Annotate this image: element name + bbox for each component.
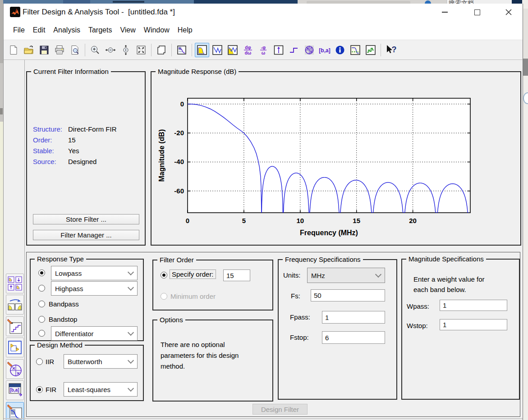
design-filter-button[interactable]: Design Filter: [253, 404, 308, 415]
structure-label: Structure:: [33, 125, 62, 133]
new-session-button[interactable]: [6, 43, 21, 57]
open-session-button[interactable]: [22, 43, 36, 57]
chevron-down-icon: [128, 357, 134, 364]
magnitude-specs-group: Magnitude Specifications Enter a weight …: [401, 259, 520, 400]
order-value: 15: [68, 136, 76, 144]
menu-file[interactable]: File: [9, 24, 29, 36]
sidebar-item-filter-transformations[interactable]: [6, 295, 24, 315]
group-delay-response-button[interactable]: dφ dω: [241, 43, 255, 57]
magnitude-specs-note: Enter a weight value for each band below…: [413, 274, 499, 295]
units-select[interactable]: MHz: [307, 268, 385, 283]
fir-radio[interactable]: [36, 386, 43, 393]
bandstop-radio[interactable]: [38, 316, 45, 323]
menu-window[interactable]: Window: [140, 24, 174, 36]
wstop-input[interactable]: [440, 319, 507, 330]
close-icon: [505, 9, 512, 15]
fpass-label: Fpass:: [290, 313, 310, 321]
magnitude-specs-title: Magnitude Specifications: [406, 255, 486, 263]
iir-method-select[interactable]: Butterworth: [64, 354, 138, 369]
sidebar-item-import-filter[interactable]: [b,a]: [6, 380, 24, 400]
step-response-button[interactable]: [287, 43, 301, 57]
lowpass-select[interactable]: Lowpass: [51, 266, 138, 280]
zoom-x-icon: [105, 45, 116, 55]
svg-text:[b,a]: [b,a]: [9, 388, 19, 393]
chevron-down-icon: [128, 385, 134, 392]
wstop-label: Wstop:: [407, 322, 428, 329]
step-response-icon: [289, 45, 299, 55]
phase-delay-response-button[interactable]: -φ ω: [256, 43, 271, 57]
pole-zero-plot-button[interactable]: [302, 43, 317, 57]
print-to-figure-button[interactable]: [154, 43, 169, 57]
full-view-button[interactable]: [134, 43, 148, 57]
highpass-select[interactable]: Highpass: [51, 281, 138, 296]
menu-help[interactable]: Help: [174, 24, 197, 36]
order-label: Order:: [33, 136, 52, 144]
filter-manager-button[interactable]: Filter Manager ...: [33, 230, 139, 240]
minimum-order-label: Minimum order: [170, 292, 216, 300]
screen: 搜索文档 Filter Design & Analysis Tool - [un…: [0, 0, 528, 420]
menu-targets[interactable]: Targets: [84, 24, 116, 36]
context-help-button[interactable]: ?: [384, 43, 398, 57]
menu-bar: File Edit Analysis Targets View Window H…: [4, 21, 523, 40]
wpass-input[interactable]: [440, 300, 507, 311]
minimize-button[interactable]: [434, 4, 455, 21]
svg-text:5: 5: [242, 217, 246, 224]
phase-response-button[interactable]: [210, 43, 225, 57]
specify-order-radio[interactable]: [161, 272, 167, 278]
filter-specifications-button[interactable]: [174, 43, 189, 57]
print-preview-icon: [69, 45, 80, 55]
source-label: Source:: [33, 158, 56, 165]
fir-method-select[interactable]: Least-squares: [64, 382, 138, 397]
fs-input[interactable]: [311, 289, 385, 301]
highpass-select-value: Highpass: [55, 285, 83, 292]
maximize-button[interactable]: [467, 4, 487, 21]
filter-coefficients-button[interactable]: [b,a]: [317, 43, 332, 57]
bandpass-radio[interactable]: [38, 301, 45, 307]
open-folder-icon: [23, 45, 34, 55]
structure-value: Direct-Form FIR: [68, 125, 117, 133]
chevron-down-icon: [128, 329, 134, 336]
magnitude-estimate-icon: [350, 45, 361, 55]
svg-text:-20: -20: [174, 129, 184, 137]
menu-edit[interactable]: Edit: [29, 24, 50, 36]
svg-text:-60: -60: [174, 187, 184, 195]
magnitude-response-estimate-button[interactable]: [348, 43, 363, 57]
filter-information-button[interactable]: [333, 43, 347, 57]
lowpass-radio[interactable]: [38, 269, 45, 276]
zoom-in-button[interactable]: [88, 43, 102, 57]
wpass-label: Wpass:: [407, 302, 429, 310]
full-view-icon: [136, 45, 147, 55]
sidebar-item-realize-model[interactable]: [6, 338, 24, 357]
close-button[interactable]: [498, 4, 519, 21]
menu-view[interactable]: View: [116, 24, 139, 36]
menu-analysis[interactable]: Analysis: [49, 24, 84, 36]
iir-radio[interactable]: [36, 358, 43, 365]
save-session-button[interactable]: [37, 43, 51, 57]
toolbar-separator: [192, 44, 192, 56]
sidebar-item-pole-zero-editor[interactable]: [6, 359, 24, 379]
highpass-radio[interactable]: [38, 285, 45, 292]
specify-order-input[interactable]: [223, 269, 250, 281]
magnitude-and-phase-response-button[interactable]: [225, 43, 240, 57]
print-preview-button[interactable]: [68, 43, 82, 57]
fstop-input[interactable]: [322, 331, 385, 344]
iir-method-value: Butterworth: [68, 358, 102, 365]
differentiator-radio[interactable]: [38, 330, 45, 337]
round-off-noise-power-button[interactable]: [363, 43, 378, 57]
differentiator-select[interactable]: Differentiator: [51, 326, 138, 341]
sidebar-item-design-filter[interactable]: [6, 402, 24, 420]
store-filter-button[interactable]: Store Filter ...: [33, 214, 139, 224]
magnitude-response-icon: [197, 45, 207, 55]
phase-delay-icon: -φ ω: [257, 44, 269, 56]
print-button[interactable]: [52, 43, 67, 57]
sidebar-item-set-quantization-parameters[interactable]: [6, 316, 24, 336]
zoom-x-button[interactable]: [103, 43, 118, 57]
zoom-y-button[interactable]: [119, 43, 133, 57]
sidebar-item-create-multirate-filter[interactable]: [6, 274, 24, 293]
fstop-label: Fstop:: [290, 333, 309, 341]
minimum-order-radio[interactable]: [161, 293, 167, 300]
toolbar-separator: [151, 44, 152, 56]
fpass-input[interactable]: [322, 311, 385, 324]
impulse-response-button[interactable]: [271, 43, 286, 57]
magnitude-response-button[interactable]: [195, 43, 209, 57]
